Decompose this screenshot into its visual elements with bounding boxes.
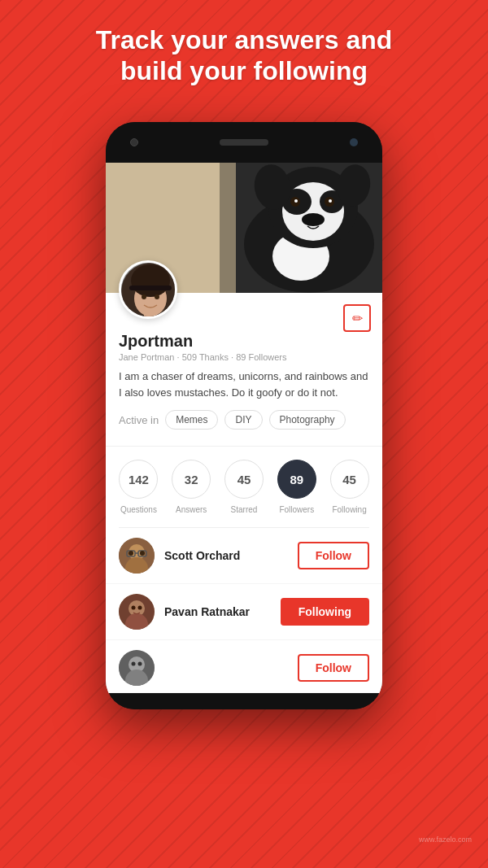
phone-bottom-bar xyxy=(106,693,382,709)
following-button-pavan[interactable]: Following xyxy=(281,598,369,626)
svg-point-30 xyxy=(140,551,145,556)
username: Jportman xyxy=(119,332,369,351)
speaker-icon xyxy=(220,139,268,146)
tag-photography[interactable]: Photography xyxy=(269,410,346,430)
profile-info: Jportman Jane Portman · 509 Thanks · 89 … xyxy=(119,301,369,430)
camera-icon xyxy=(130,138,138,146)
active-label: Active in xyxy=(119,414,159,426)
stat-circle-answers: 32 xyxy=(172,460,211,499)
watermark: www.fazelo.com xyxy=(419,835,472,844)
header-line2: build your following xyxy=(120,56,368,85)
stat-circle-questions: 142 xyxy=(119,460,158,499)
follow-button-third[interactable]: Follow xyxy=(298,654,369,682)
list-item: Follow xyxy=(106,640,382,693)
svg-point-10 xyxy=(294,199,298,203)
stats-section: 142 Questions 32 Answers 45 Starred 89 F… xyxy=(106,446,382,527)
sensor-icon xyxy=(350,138,358,146)
list-item: Scott Orchard Follow xyxy=(106,528,382,584)
stat-answers[interactable]: 32 Answers xyxy=(172,460,211,514)
svg-point-21 xyxy=(155,294,159,299)
stat-starred[interactable]: 45 Starred xyxy=(224,460,264,514)
user-name-pavan: Pavan Ratnakar xyxy=(164,605,281,618)
tag-memes[interactable]: Memes xyxy=(165,410,218,430)
svg-point-12 xyxy=(302,213,325,226)
svg-rect-19 xyxy=(129,286,172,290)
profile-section: ✏ Jportman Jane Portman · 509 Thanks · 8… xyxy=(106,293,382,439)
list-item: Pavan Ratnakar Following xyxy=(106,584,382,640)
stat-label-answers: Answers xyxy=(176,505,207,514)
svg-point-18 xyxy=(131,264,170,297)
followers-count: 89 Followers xyxy=(236,352,286,362)
tag-diy[interactable]: DIY xyxy=(224,410,262,430)
phone-top-bar xyxy=(106,122,382,163)
stat-label-followers: Followers xyxy=(279,505,314,514)
header-line1: Track your answers and xyxy=(96,25,393,55)
stat-following[interactable]: 45 Following xyxy=(330,460,369,514)
stat-followers[interactable]: 89 Followers xyxy=(277,460,316,514)
thanks-count: 509 Thanks xyxy=(182,352,229,362)
svg-point-11 xyxy=(329,199,332,203)
avatar-pavan xyxy=(119,594,155,630)
svg-point-34 xyxy=(132,606,136,610)
stat-label-starred: Starred xyxy=(231,505,258,514)
user-list: Scott Orchard Follow Pavan Ratnakar xyxy=(106,528,382,693)
stat-questions[interactable]: 142 Questions xyxy=(119,460,158,514)
user-name-scott: Scott Orchard xyxy=(164,549,298,562)
avatar-scott xyxy=(119,538,155,574)
svg-point-20 xyxy=(142,294,146,299)
phone-mockup: ✏ Jportman Jane Portman · 509 Thanks · 8… xyxy=(106,122,382,709)
svg-point-40 xyxy=(138,662,142,666)
header-section: Track your answers and build your follow… xyxy=(0,24,488,87)
stat-circle-followers: 89 xyxy=(277,460,316,499)
active-tags-section: Active in Memes DIY Photography xyxy=(119,410,369,430)
edit-button[interactable]: ✏ xyxy=(343,304,371,332)
svg-point-29 xyxy=(129,551,133,556)
stat-circle-following: 45 xyxy=(330,460,369,499)
svg-rect-22 xyxy=(144,313,157,319)
edit-icon: ✏ xyxy=(352,311,363,326)
phone-screen: ✏ Jportman Jane Portman · 509 Thanks · 8… xyxy=(106,163,382,693)
user-meta: Jane Portman · 509 Thanks · 89 Followers xyxy=(119,352,369,362)
stat-label-following: Following xyxy=(332,505,366,514)
avatar-third xyxy=(119,650,155,686)
bio-text: I am a chaser of dreams, unicorns, and r… xyxy=(119,369,369,400)
stat-label-questions: Questions xyxy=(120,505,157,514)
stat-circle-starred: 45 xyxy=(224,460,264,499)
svg-point-35 xyxy=(138,606,142,610)
follow-button-scott[interactable]: Follow xyxy=(298,542,369,569)
svg-point-39 xyxy=(132,662,136,666)
avatar xyxy=(119,260,177,319)
full-name: Jane Portman xyxy=(119,352,174,362)
